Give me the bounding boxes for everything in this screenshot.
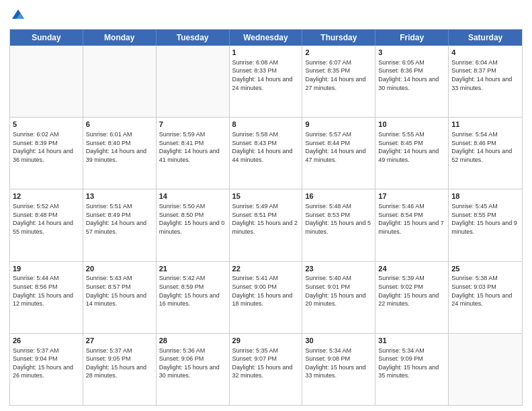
cell-info: Sunrise: 6:02 AMSunset: 8:39 PMDaylight:… [13,130,80,164]
cell-info: Sunrise: 5:59 AMSunset: 8:41 PMDaylight:… [159,130,226,164]
logo [9,7,26,25]
day-number: 25 [451,264,519,274]
calendar-cell-5: 5Sunrise: 6:02 AMSunset: 8:39 PMDaylight… [10,118,83,189]
calendar-cell-27: 27Sunrise: 5:37 AMSunset: 9:05 PMDayligh… [83,334,157,405]
calendar-cell-24: 24Sunrise: 5:39 AMSunset: 9:02 PMDayligh… [375,262,449,333]
cell-info: Sunrise: 5:58 AMSunset: 8:43 PMDaylight:… [232,130,300,164]
cell-info: Sunrise: 5:39 AMSunset: 9:02 PMDaylight:… [378,274,445,308]
calendar-cell-7: 7Sunrise: 5:59 AMSunset: 8:41 PMDaylight… [157,118,230,189]
day-number: 5 [13,120,80,130]
cell-info: Sunrise: 5:37 AMSunset: 9:05 PMDaylight:… [86,347,153,380]
day-number: 8 [232,120,300,130]
day-number: 15 [232,191,300,201]
cell-info: Sunrise: 5:51 AMSunset: 8:49 PMDaylight:… [86,202,153,236]
day-number: 14 [159,191,226,201]
calendar-cell-13: 13Sunrise: 5:51 AMSunset: 8:49 PMDayligh… [83,189,157,261]
calendar-row-1: 5Sunrise: 6:02 AMSunset: 8:39 PMDaylight… [10,117,522,189]
cell-info: Sunrise: 5:54 AMSunset: 8:46 PMDaylight:… [451,130,519,164]
header-day-tuesday: Tuesday [157,30,230,46]
day-number: 3 [378,48,445,58]
day-number: 7 [159,120,226,130]
cell-info: Sunrise: 5:37 AMSunset: 9:04 PMDaylight:… [13,347,80,380]
calendar-row-4: 26Sunrise: 5:37 AMSunset: 9:04 PMDayligh… [10,333,522,405]
day-number: 23 [305,264,372,274]
cell-info: Sunrise: 5:46 AMSunset: 8:54 PMDaylight:… [378,202,445,236]
cell-info: Sunrise: 5:55 AMSunset: 8:45 PMDaylight:… [378,130,445,164]
calendar-cell-15: 15Sunrise: 5:49 AMSunset: 8:51 PMDayligh… [230,189,303,261]
day-number: 20 [86,264,153,274]
calendar-cell-empty [449,334,522,405]
day-number: 6 [86,120,153,130]
day-number: 31 [378,336,445,346]
day-number: 17 [378,191,445,201]
calendar-cell-16: 16Sunrise: 5:48 AMSunset: 8:53 PMDayligh… [302,189,375,261]
cell-info: Sunrise: 5:52 AMSunset: 8:48 PMDaylight:… [13,202,80,236]
day-number: 2 [305,48,372,58]
calendar-cell-31: 31Sunrise: 5:34 AMSunset: 9:09 PMDayligh… [375,334,449,405]
calendar-header: SundayMondayTuesdayWednesdayThursdayFrid… [10,30,522,46]
calendar-cell-19: 19Sunrise: 5:44 AMSunset: 8:56 PMDayligh… [10,262,83,333]
header [9,7,523,25]
cell-info: Sunrise: 5:42 AMSunset: 8:59 PMDaylight:… [159,274,226,308]
day-number: 27 [86,336,153,346]
calendar-cell-empty [157,46,230,117]
calendar-cell-20: 20Sunrise: 5:43 AMSunset: 8:57 PMDayligh… [83,262,157,333]
calendar-cell-10: 10Sunrise: 5:55 AMSunset: 8:45 PMDayligh… [375,118,449,189]
calendar-cell-28: 28Sunrise: 5:36 AMSunset: 9:06 PMDayligh… [157,334,230,405]
calendar-cell-8: 8Sunrise: 5:58 AMSunset: 8:43 PMDaylight… [230,118,303,189]
calendar-cell-29: 29Sunrise: 5:35 AMSunset: 9:07 PMDayligh… [230,334,303,405]
day-number: 19 [13,264,80,274]
cell-info: Sunrise: 6:07 AMSunset: 8:35 PMDaylight:… [305,58,372,92]
calendar-cell-21: 21Sunrise: 5:42 AMSunset: 8:59 PMDayligh… [157,262,230,333]
cell-info: Sunrise: 5:36 AMSunset: 9:06 PMDaylight:… [159,347,226,380]
day-number: 18 [451,191,519,201]
header-day-thursday: Thursday [302,30,375,46]
calendar-cell-9: 9Sunrise: 5:57 AMSunset: 8:44 PMDaylight… [302,118,375,189]
calendar-cell-4: 4Sunrise: 6:04 AMSunset: 8:37 PMDaylight… [449,46,522,117]
calendar-cell-18: 18Sunrise: 5:45 AMSunset: 8:55 PMDayligh… [449,189,522,261]
header-day-sunday: Sunday [10,30,83,46]
calendar-cell-2: 2Sunrise: 6:07 AMSunset: 8:35 PMDaylight… [302,46,375,117]
header-day-monday: Monday [83,30,157,46]
calendar-cell-22: 22Sunrise: 5:41 AMSunset: 9:00 PMDayligh… [230,262,303,333]
calendar-cell-3: 3Sunrise: 6:05 AMSunset: 8:36 PMDaylight… [375,46,449,117]
cell-info: Sunrise: 5:34 AMSunset: 9:09 PMDaylight:… [378,347,445,380]
header-day-saturday: Saturday [449,30,522,46]
calendar-row-2: 12Sunrise: 5:52 AMSunset: 8:48 PMDayligh… [10,189,522,261]
day-number: 21 [159,264,226,274]
calendar-cell-23: 23Sunrise: 5:40 AMSunset: 9:01 PMDayligh… [302,262,375,333]
day-number: 16 [305,191,372,201]
cell-info: Sunrise: 5:38 AMSunset: 9:03 PMDaylight:… [451,274,519,308]
day-number: 22 [232,264,300,274]
cell-info: Sunrise: 6:08 AMSunset: 8:33 PMDaylight:… [232,58,300,92]
cell-info: Sunrise: 5:41 AMSunset: 9:00 PMDaylight:… [232,274,300,308]
calendar-row-0: 1Sunrise: 6:08 AMSunset: 8:33 PMDaylight… [10,46,522,117]
cell-info: Sunrise: 5:44 AMSunset: 8:56 PMDaylight:… [13,274,80,308]
calendar-cell-11: 11Sunrise: 5:54 AMSunset: 8:46 PMDayligh… [449,118,522,189]
day-number: 26 [13,336,80,346]
cell-info: Sunrise: 5:57 AMSunset: 8:44 PMDaylight:… [305,130,372,164]
calendar-cell-12: 12Sunrise: 5:52 AMSunset: 8:48 PMDayligh… [10,189,83,261]
cell-info: Sunrise: 5:48 AMSunset: 8:53 PMDaylight:… [305,202,372,236]
logo-icon [11,7,26,21]
cell-info: Sunrise: 5:50 AMSunset: 8:50 PMDaylight:… [159,202,226,236]
day-number: 4 [451,48,519,58]
cell-info: Sunrise: 5:40 AMSunset: 9:01 PMDaylight:… [305,274,372,308]
cell-info: Sunrise: 5:34 AMSunset: 9:08 PMDaylight:… [305,347,372,380]
day-number: 1 [232,48,300,58]
calendar-cell-empty [10,46,83,117]
cell-info: Sunrise: 6:05 AMSunset: 8:36 PMDaylight:… [378,58,445,92]
cell-info: Sunrise: 5:45 AMSunset: 8:55 PMDaylight:… [451,202,519,236]
cell-info: Sunrise: 6:04 AMSunset: 8:37 PMDaylight:… [451,58,519,92]
cell-info: Sunrise: 6:01 AMSunset: 8:40 PMDaylight:… [86,130,153,164]
cell-info: Sunrise: 5:35 AMSunset: 9:07 PMDaylight:… [232,347,300,380]
calendar-row-3: 19Sunrise: 5:44 AMSunset: 8:56 PMDayligh… [10,261,522,333]
calendar-cell-30: 30Sunrise: 5:34 AMSunset: 9:08 PMDayligh… [302,334,375,405]
day-number: 24 [378,264,445,274]
day-number: 12 [13,191,80,201]
day-number: 29 [232,336,300,346]
day-number: 30 [305,336,372,346]
calendar: SundayMondayTuesdayWednesdayThursdayFrid… [9,29,523,406]
calendar-cell-6: 6Sunrise: 6:01 AMSunset: 8:40 PMDaylight… [83,118,157,189]
cell-info: Sunrise: 5:49 AMSunset: 8:51 PMDaylight:… [232,202,300,236]
